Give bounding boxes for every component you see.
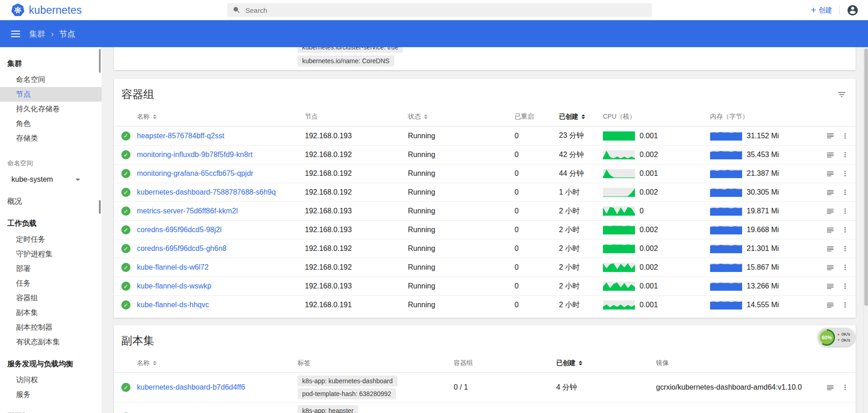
logs-icon[interactable] [826,151,835,159]
breadcrumb-cluster[interactable]: 集群 [29,28,45,39]
column-header-name[interactable]: 名称 [137,113,305,121]
sidebar-item-容器组[interactable]: 容器组 [0,291,102,305]
kebab-menu-icon[interactable] [841,169,849,178]
system-monitor-widget[interactable]: 60% ▲0K/s ▼0K/s [818,328,855,347]
kebab-menu-icon[interactable] [841,245,849,253]
pod-restarts: 0 [515,132,559,140]
kubernetes-logo[interactable]: kubernetes [11,3,82,17]
column-header-created[interactable]: 已创建 [556,359,656,367]
kebab-menu-icon[interactable] [841,151,849,159]
sidebar-item-访问权[interactable]: 访问权 [0,373,102,387]
namespace-select[interactable]: kube-system [11,172,80,187]
label-chip: k8s-app: kubernetes-dashboard [298,375,397,386]
pod-name-link[interactable]: monitoring-influxdb-9b78f5fd9-kn8rt [137,151,253,158]
sidebar-item-部署[interactable]: 部署 [0,261,102,276]
logs-icon[interactable] [826,383,835,392]
replicaset-name-link[interactable]: kubernetes-dashboard-b7d6d4ff6 [137,383,245,391]
pod-name-link[interactable]: metrics-server-75d6ff86f-kkm2l [137,207,238,215]
sidebar-scrollbar-handle[interactable] [99,200,101,214]
kebab-menu-icon[interactable] [841,263,849,272]
filter-icon[interactable] [837,90,846,99]
pod-name-link[interactable]: kube-flannel-ds-w6l72 [137,263,209,271]
pods-table-body: ✓ heapster-8576784bff-q2sst 192.168.0.19… [114,126,856,314]
logs-icon[interactable] [826,245,835,253]
column-header-status[interactable]: 状态 [408,113,515,121]
sidebar-scrollbar-thumb[interactable] [99,49,101,73]
status-ok-icon: ✓ [121,282,130,291]
status-ok-icon: ✓ [121,263,130,272]
kebab-menu-icon[interactable] [841,132,849,140]
pod-name-link[interactable]: kubernetes-dashboard-7588787688-s6h9q [137,188,276,196]
logs-icon[interactable] [826,301,835,310]
sidebar-item-节点[interactable]: 节点 [0,87,102,102]
sidebar-item-命名空间[interactable]: 命名空间 [0,72,102,87]
sidebar-item-角色[interactable]: 角色 [0,116,102,131]
plus-icon: + [811,5,816,15]
pod-name-link[interactable]: coredns-695f96dcd5-gh6n8 [137,245,227,252]
logs-icon[interactable] [826,263,835,272]
column-header-cpu: CPU（核） [603,113,710,121]
kebab-menu-icon[interactable] [841,207,849,215]
sidebar-item-任务[interactable]: 任务 [0,276,102,291]
pod-name-link[interactable]: kube-flannel-ds-hhqvc [137,301,209,309]
status-ok-icon: ✓ [121,150,130,159]
sort-icon [581,114,585,119]
column-header-labels: 标签 [298,359,454,367]
replicasets-card-title: 副本集 [121,333,154,348]
status-ok-icon: ✓ [121,383,130,392]
sidebar-item-守护进程集[interactable]: 守护进程集 [0,247,102,261]
kebab-menu-icon[interactable] [841,188,849,196]
logs-icon[interactable] [826,226,835,234]
logs-icon[interactable] [826,207,835,216]
logs-icon[interactable] [826,282,835,291]
download-speed: 0K/s [841,337,850,343]
pod-restarts: 0 [515,282,559,290]
kebab-menu-icon[interactable] [841,226,849,234]
label-chip: kubernetes.io/name: CoreDNS [298,55,394,66]
sidebar-item-持久化存储卷[interactable]: 持久化存储卷 [0,102,102,116]
search-icon [233,6,241,14]
logs-icon[interactable] [826,169,835,178]
kebab-menu-icon[interactable] [841,282,849,290]
pod-name-link[interactable]: heapster-8576784bff-q2sst [137,132,224,140]
memory-sparkline-chart [710,263,742,272]
column-header-node: 节点 [305,113,408,121]
cpu-value: 0.002 [640,245,658,253]
pod-created: 2 小时 [559,282,603,291]
pod-node: 192.168.0.193 [305,207,408,215]
pod-name-link[interactable]: kube-flannel-ds-wswkp [137,282,212,290]
logs-icon[interactable] [826,188,835,197]
pod-table-row: ✓ kube-flannel-ds-wswkp 192.168.0.193 Ru… [114,277,856,295]
label-chip: pod-template-hash: 638280992 [298,388,396,399]
replicaset-created: 4 分钟 [556,383,656,392]
pod-name-link[interactable]: coredns-695f96dcd5-98j2l [137,226,222,234]
cpu-value: 0.002 [640,263,658,272]
sidebar-item-概况[interactable]: 概况 [0,194,102,209]
column-header-name[interactable]: 名称 [137,359,298,367]
global-search[interactable] [227,3,652,17]
pod-name-link[interactable]: monitoring-grafana-65ccfb675-qpjdr [137,169,253,177]
sidebar-item-服务[interactable]: 服务 [0,387,102,402]
memory-sparkline-chart [710,282,742,291]
sidebar-item-存储类[interactable]: 存储类 [0,131,102,146]
pod-status: Running [408,301,515,309]
user-account-icon[interactable] [846,4,859,16]
main-scrollbar-track[interactable] [863,47,868,413]
sidebar-item-有状态副本集[interactable]: 有状态副本集 [0,335,102,349]
cpu-sparkline-chart [603,263,635,272]
kebab-menu-icon[interactable] [841,301,849,309]
pod-table-row: ✓ heapster-8576784bff-q2sst 192.168.0.19… [114,126,856,145]
main-scrollbar-thumb[interactable] [864,49,868,306]
sidebar-item-副本集[interactable]: 副本集 [0,305,102,320]
search-input[interactable] [245,6,646,14]
sidebar-item-副本控制器[interactable]: 副本控制器 [0,320,102,335]
create-button[interactable]: + 创建 [811,6,832,15]
pod-status: Running [408,132,515,140]
memory-value: 21.301 Mi [747,245,779,253]
kebab-menu-icon[interactable] [841,383,849,391]
logs-icon[interactable] [826,131,835,140]
pod-created: 2 小时 [559,206,603,216]
menu-icon[interactable] [11,31,20,37]
sidebar-item-定时任务[interactable]: 定时任务 [0,232,102,247]
column-header-created[interactable]: 已创建 [559,113,603,121]
